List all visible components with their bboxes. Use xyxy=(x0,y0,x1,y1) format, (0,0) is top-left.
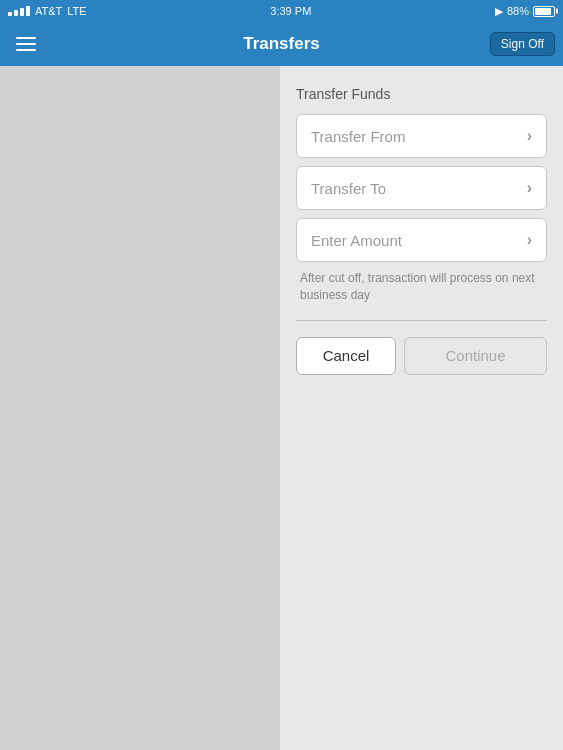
content-panel: Transfer Funds Transfer From › Transfer … xyxy=(280,66,563,750)
transfer-to-row[interactable]: Transfer To › xyxy=(296,166,547,210)
hamburger-line3 xyxy=(16,49,36,51)
enter-amount-label: Enter Amount xyxy=(311,232,402,249)
sign-off-button[interactable]: Sign Off xyxy=(490,32,555,56)
carrier-label: AT&T xyxy=(35,5,62,17)
signal-icon xyxy=(8,6,30,16)
buttons-row: Cancel Continue xyxy=(296,337,547,375)
enter-amount-row[interactable]: Enter Amount › xyxy=(296,218,547,262)
battery-icon xyxy=(533,6,555,17)
continue-button: Continue xyxy=(404,337,547,375)
transfer-to-label: Transfer To xyxy=(311,180,386,197)
hamburger-line1 xyxy=(16,37,36,39)
info-text: After cut off, transaction will process … xyxy=(296,270,547,304)
nav-bar: Transfers Sign Off xyxy=(0,22,563,66)
hamburger-line2 xyxy=(16,43,36,45)
enter-amount-chevron-icon: › xyxy=(527,231,532,249)
status-left: AT&T LTE xyxy=(8,5,87,17)
transfer-from-row[interactable]: Transfer From › xyxy=(296,114,547,158)
wifi-icon: ▶ xyxy=(495,5,503,18)
hamburger-button[interactable] xyxy=(12,33,40,55)
section-title: Transfer Funds xyxy=(296,86,547,102)
transfer-to-chevron-icon: › xyxy=(527,179,532,197)
transfer-from-chevron-icon: › xyxy=(527,127,532,145)
battery-percent: 88% xyxy=(507,5,529,17)
status-bar: AT&T LTE 3:39 PM ▶ 88% xyxy=(0,0,563,22)
cancel-button[interactable]: Cancel xyxy=(296,337,396,375)
main-layout: Transfer Funds Transfer From › Transfer … xyxy=(0,66,563,750)
sidebar xyxy=(0,66,280,750)
page-title: Transfers xyxy=(243,34,320,54)
divider xyxy=(296,320,547,321)
time-label: 3:39 PM xyxy=(270,5,311,17)
status-right: ▶ 88% xyxy=(495,5,555,18)
transfer-from-label: Transfer From xyxy=(311,128,405,145)
network-label: LTE xyxy=(67,5,86,17)
